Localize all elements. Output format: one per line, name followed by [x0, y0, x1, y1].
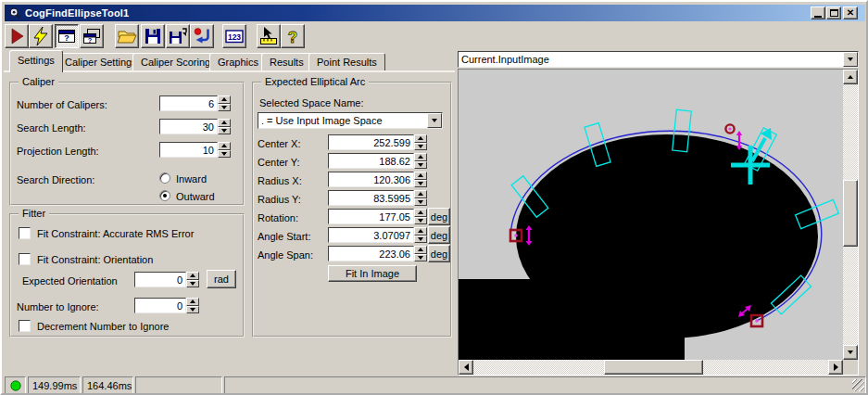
fit-rms-checkbox[interactable] — [19, 227, 31, 239]
number-of-calipers-spinner[interactable] — [218, 96, 231, 111]
search-length-spinner[interactable] — [218, 119, 231, 134]
save-button[interactable] — [141, 24, 165, 48]
open-button[interactable] — [115, 24, 139, 48]
center-x-spinner[interactable] — [414, 134, 427, 150]
maximize-icon — [830, 9, 838, 17]
tab-point-results[interactable]: Point Results — [308, 53, 385, 71]
question-mark-icon: ? — [282, 25, 304, 47]
scrollbar-corner — [843, 360, 858, 375]
horizontal-scrollbar[interactable] — [459, 360, 843, 375]
radius-x-input[interactable] — [328, 172, 414, 187]
inward-radio[interactable] — [159, 172, 170, 184]
spin-up-icon — [418, 136, 423, 140]
number-of-calipers-label: Number of Calipers: — [17, 99, 107, 110]
image-selector-combobox[interactable]: Current.InputImage — [458, 51, 859, 68]
rotation-spinner[interactable] — [414, 209, 427, 224]
radius-x-spinner[interactable] — [414, 172, 427, 187]
run-button[interactable] — [5, 24, 29, 48]
search-length-input[interactable] — [159, 119, 218, 134]
scroll-up-button[interactable] — [843, 70, 858, 84]
arrow-down-icon — [848, 350, 853, 354]
numeric-results-button[interactable]: 123 — [222, 24, 246, 48]
outward-radio-label: Outward — [176, 191, 215, 202]
tab-settings[interactable]: Settings — [9, 50, 63, 72]
projection-length-input[interactable] — [159, 142, 218, 158]
radius-x-label: Radius X: — [258, 175, 302, 186]
fit-orientation-checkbox[interactable] — [19, 253, 31, 265]
save-as-button[interactable] — [166, 24, 190, 48]
angle-start-spinner[interactable] — [414, 227, 427, 243]
spin-up-icon — [418, 173, 423, 177]
float-display-button[interactable]: ? — [80, 24, 104, 48]
svg-text:?: ? — [64, 33, 69, 43]
maximize-button[interactable] — [826, 6, 841, 19]
floppy-icon — [142, 25, 164, 47]
spin-up-icon — [190, 274, 195, 277]
window-title: CogFindEllipseTool1 — [25, 7, 129, 19]
vertical-scrollbar[interactable] — [843, 70, 858, 360]
scroll-left-button[interactable] — [459, 360, 473, 375]
spin-up-icon — [221, 144, 227, 147]
angle-span-label: Angle Span: — [258, 249, 313, 261]
tab-results[interactable]: Results — [261, 53, 312, 71]
rotation-deg-button[interactable]: deg — [428, 208, 450, 225]
number-to-ignore-input[interactable] — [134, 298, 186, 313]
minimize-button[interactable] — [811, 6, 825, 19]
tool-display-button[interactable]: ? — [55, 24, 79, 48]
decrement-checkbox[interactable] — [19, 320, 31, 332]
selected-space-combobox[interactable]: . = Use Input Image Space — [258, 112, 443, 129]
tab-page-border — [4, 70, 455, 72]
expected-orientation-spinner[interactable] — [186, 272, 199, 287]
reset-button[interactable] — [190, 24, 214, 48]
dropdown-button[interactable] — [427, 113, 442, 128]
projection-length-spinner[interactable] — [218, 142, 231, 158]
scroll-down-button[interactable] — [843, 345, 858, 360]
center-x-input[interactable] — [328, 134, 414, 150]
spin-up-icon — [418, 192, 423, 196]
expected-orientation-input[interactable] — [134, 272, 186, 287]
vertical-scroll-thumb[interactable] — [843, 180, 858, 247]
window-question-icon: ? — [56, 25, 78, 47]
outward-radio[interactable] — [159, 190, 170, 201]
number-to-ignore-label: Number to Ignore: — [17, 301, 99, 312]
tab-graphics[interactable]: Graphics — [209, 53, 267, 71]
dropdown-button[interactable] — [843, 52, 858, 67]
radius-y-spinner[interactable] — [414, 190, 427, 206]
center-y-spinner[interactable] — [414, 153, 427, 169]
fit-in-image-button[interactable]: Fit In Image — [328, 265, 417, 282]
tab-caliper-scoring[interactable]: Caliper Scoring — [132, 53, 219, 71]
fit-orientation-label: Fit Constraint: Orientation — [37, 254, 153, 265]
rotation-input[interactable] — [328, 209, 414, 224]
spin-down-icon — [418, 256, 423, 260]
measure-button[interactable] — [257, 24, 281, 48]
spin-up-icon — [190, 299, 195, 303]
number-of-calipers-input[interactable] — [159, 96, 218, 111]
arrow-up-icon — [848, 75, 853, 79]
close-icon: ✕ — [847, 8, 854, 18]
radius-y-input[interactable] — [328, 190, 414, 206]
center-y-input[interactable] — [328, 153, 414, 169]
live-run-button[interactable] — [29, 24, 53, 48]
spin-down-icon — [418, 145, 423, 148]
scroll-right-button[interactable] — [828, 360, 843, 375]
close-button[interactable]: ✕ — [843, 6, 858, 19]
angle-start-input[interactable] — [328, 227, 414, 243]
projection-length-label: Projection Length: — [17, 146, 99, 157]
resize-grip[interactable] — [852, 379, 864, 391]
windows-question-icon: ? — [81, 25, 103, 47]
search-direction-label: Search Direction: — [17, 174, 94, 185]
expected-arc-group-title: Expected Elliptical Arc — [261, 76, 369, 87]
arrow-left-icon — [464, 363, 469, 371]
image-display-canvas[interactable] — [459, 70, 843, 360]
angle-start-deg-button[interactable]: deg — [428, 226, 450, 244]
angle-span-input[interactable] — [328, 246, 414, 261]
help-button[interactable]: ? — [281, 24, 305, 48]
horizontal-scroll-thumb[interactable] — [604, 360, 703, 375]
number-to-ignore-spinner[interactable] — [186, 298, 199, 313]
title-bar[interactable]: CogFindEllipseTool1 — [5, 5, 865, 21]
rad-unit-button[interactable]: rad — [207, 270, 236, 288]
angle-span-spinner[interactable] — [414, 246, 427, 261]
center-x-label: Center X: — [258, 138, 300, 149]
run-time-value: 149.99ms — [32, 380, 77, 391]
angle-span-deg-button[interactable]: deg — [428, 245, 450, 262]
